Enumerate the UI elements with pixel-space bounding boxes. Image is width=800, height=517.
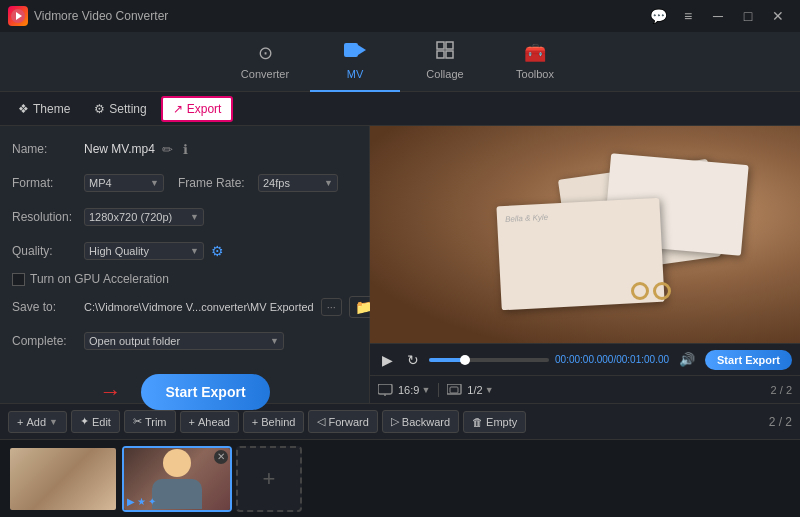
close-button[interactable]: ✕	[764, 6, 792, 26]
film-clip-2-inner: ✕ ▶ ★ ✦	[124, 448, 230, 510]
collage-icon	[436, 41, 454, 64]
saveto-row: Save to: C:\Vidmore\Vidmore V...converte…	[12, 294, 357, 320]
format-value-container: MP4 ▼ Frame Rate: 24fps ▼	[84, 174, 357, 192]
name-label: Name:	[12, 142, 84, 156]
name-edit-button[interactable]: ✏	[159, 141, 176, 158]
tab-collage-label: Collage	[426, 68, 463, 80]
quality-value: High Quality	[89, 245, 149, 257]
add-icon: +	[17, 416, 23, 428]
scale-select[interactable]: 1/2 ▼	[467, 384, 493, 396]
resolution-value-container: 1280x720 (720p) ▼	[84, 208, 357, 226]
framerate-arrow-icon: ▼	[324, 178, 333, 188]
edit-icon: ✦	[80, 415, 89, 428]
format-row: Format: MP4 ▼ Frame Rate: 24fps ▼	[12, 170, 357, 196]
gpu-label: Turn on GPU Acceleration	[30, 272, 169, 286]
svg-rect-2	[344, 43, 358, 57]
tab-converter[interactable]: ⊙ Converter	[220, 32, 310, 92]
film-clip-2-icons: ▶ ★ ✦	[127, 496, 156, 507]
film-star-icon: ★	[137, 496, 146, 507]
preview-rings	[631, 282, 671, 300]
ratio-select[interactable]: 16:9 ▼	[398, 384, 430, 396]
resolution-select[interactable]: 1280x720 (720p) ▼	[84, 208, 204, 226]
ratio-value: 16:9	[398, 384, 419, 396]
preview-background: Bella & Kyle	[370, 126, 800, 343]
browse-dots-button[interactable]: ···	[321, 298, 342, 316]
setting-button[interactable]: ⚙ Setting	[84, 98, 156, 120]
progress-bar[interactable]	[429, 358, 549, 362]
empty-button[interactable]: 🗑 Empty	[463, 411, 526, 433]
tab-mv-label: MV	[347, 68, 364, 80]
scale-value: 1/2	[467, 384, 482, 396]
backward-button[interactable]: ▷ Backward	[382, 410, 459, 433]
ahead-button[interactable]: + Ahead	[180, 411, 239, 433]
saveto-label: Save to:	[12, 300, 84, 314]
framerate-select[interactable]: 24fps ▼	[258, 174, 338, 192]
chat-button[interactable]: 💬	[644, 6, 672, 26]
forward-label: Forward	[328, 416, 368, 428]
add-clip-button[interactable]: +	[236, 446, 302, 512]
add-label: Add	[26, 416, 46, 428]
tab-collage[interactable]: Collage	[400, 32, 490, 92]
tab-toolbox-label: Toolbox	[516, 68, 554, 80]
export-button[interactable]: ↗ Export	[161, 96, 234, 122]
trim-icon: ✂	[133, 415, 142, 428]
film-clip-1-inner	[10, 448, 116, 510]
theme-icon: ❖	[18, 102, 29, 116]
menu-button[interactable]: ≡	[674, 6, 702, 26]
minimize-button[interactable]: ─	[704, 6, 732, 26]
tab-mv[interactable]: MV	[310, 32, 400, 92]
maximize-button[interactable]: □	[734, 6, 762, 26]
edit-label: Edit	[92, 416, 111, 428]
play-button[interactable]: ▶	[378, 350, 397, 370]
complete-select[interactable]: Open output folder ▼	[84, 332, 284, 350]
film-clip-2-close[interactable]: ✕	[214, 450, 228, 464]
complete-value-container: Open output folder ▼	[84, 332, 357, 350]
quality-select[interactable]: High Quality ▼	[84, 242, 204, 260]
quality-label: Quality:	[12, 244, 84, 258]
film-magic-icon: ✦	[148, 496, 156, 507]
titlebar-left: Vidmore Video Converter	[8, 6, 168, 26]
converter-icon: ⊙	[258, 42, 273, 64]
edit-button[interactable]: ✦ Edit	[71, 410, 120, 433]
format-label: Format:	[12, 176, 84, 190]
trim-button[interactable]: ✂ Trim	[124, 410, 176, 433]
scale-arrow-icon: ▼	[485, 385, 494, 395]
window-controls: 💬 ≡ ─ □ ✕	[644, 6, 792, 26]
setting-label: Setting	[109, 102, 146, 116]
svg-rect-5	[446, 42, 453, 49]
theme-button[interactable]: ❖ Theme	[8, 98, 80, 120]
film-clip-1[interactable]	[8, 446, 118, 512]
quality-arrow-icon: ▼	[190, 246, 199, 256]
complete-row: Complete: Open output folder ▼	[12, 328, 357, 354]
framerate-label: Frame Rate:	[178, 176, 250, 190]
format-select[interactable]: MP4 ▼	[84, 174, 164, 192]
time-display: 00:00:00.000/00:01:00.00	[555, 354, 669, 365]
ahead-icon: +	[189, 416, 195, 428]
start-export-main-button[interactable]: Start Export	[141, 374, 269, 410]
start-export-small-button[interactable]: Start Export	[705, 350, 792, 370]
loop-button[interactable]: ↻	[403, 350, 423, 370]
volume-button[interactable]: 🔊	[675, 350, 699, 369]
film-clip-2[interactable]: ✕ ▶ ★ ✦	[122, 446, 232, 512]
resolution-label: Resolution:	[12, 210, 84, 224]
complete-value: Open output folder	[89, 335, 180, 347]
forward-button[interactable]: ◁ Forward	[308, 410, 377, 433]
right-panel: Bella & Kyle ▶ ↻ 00:00:00.000/00:01:00.0…	[370, 126, 800, 403]
forward-icon: ◁	[317, 415, 325, 428]
behind-button[interactable]: + Behind	[243, 411, 305, 433]
add-button[interactable]: + Add ▼	[8, 411, 67, 433]
quality-row: Quality: High Quality ▼ ⚙	[12, 238, 357, 264]
tab-toolbox[interactable]: 🧰 Toolbox	[490, 32, 580, 92]
complete-label: Complete:	[12, 334, 84, 348]
gpu-row: Turn on GPU Acceleration	[12, 272, 357, 286]
main-content: Name: New MV.mp4 ✏ ℹ Format: MP4 ▼ Frame…	[0, 126, 800, 403]
name-info-button[interactable]: ℹ	[180, 141, 191, 158]
complete-arrow-icon: ▼	[270, 336, 279, 346]
behind-icon: +	[252, 416, 258, 428]
gpu-checkbox[interactable]	[12, 273, 25, 286]
svg-rect-4	[437, 42, 444, 49]
film-preview-1	[10, 448, 116, 510]
quality-gear-button[interactable]: ⚙	[208, 243, 227, 259]
video-controls: ▶ ↻ 00:00:00.000/00:01:00.00 🔊 Start Exp…	[370, 343, 800, 375]
start-export-section: → Start Export	[12, 374, 357, 410]
